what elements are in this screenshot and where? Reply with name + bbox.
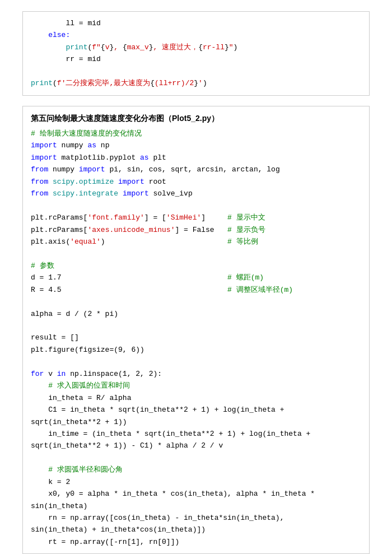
code-line <box>31 248 361 259</box>
code-line <box>31 200 361 212</box>
code-line: from scipy.optimize import root <box>31 176 361 188</box>
code-line: from numpy import pi, sin, cos, sqrt, ar… <box>31 164 361 175</box>
code-block-2: 第五问绘制最大速度随速度变化分布图（Plot5_2.py） # 绘制最大速度随速… <box>22 106 370 554</box>
code-line: C1 = in_theta * sqrt(in_theta**2 + 1) + … <box>31 404 361 416</box>
code-line: alpha = d / (2 * pi) <box>31 308 361 320</box>
code-line: plt.rcParams['axes.unicode_minus'] = Fal… <box>31 224 361 236</box>
code-line <box>31 356 361 367</box>
code-line: else: <box>31 29 361 41</box>
code-line <box>31 452 361 464</box>
code-line <box>31 66 361 77</box>
code-line: plt.rcParams['font.family'] = ['SimHei']… <box>31 212 361 224</box>
code-line: # 求入圆弧的位置和时间 <box>31 380 361 392</box>
code-line: from scipy.integrate import solve_ivp <box>31 188 361 199</box>
code-line: plt.axis('equal') # 等比例 <box>31 236 361 248</box>
code-line: R = 4.5 # 调整区域半径(m) <box>31 284 361 296</box>
code-line: # 参数 <box>31 260 361 272</box>
code-line: in_time = (in_theta * sqrt(in_theta**2 +… <box>31 428 361 440</box>
code-line: rn = np.array([cos(in_theta) - in_theta*… <box>31 512 361 524</box>
code-line: sin(in_theta) + in_theta*cos(in_theta)]) <box>31 524 361 536</box>
code-line: d = 1.7 # 螺距(m) <box>31 272 361 283</box>
code-line: import numpy as np <box>31 139 361 151</box>
code-line: result = [] <box>31 332 361 343</box>
code-line: print(f'二分搜索完毕,最大速度为{(ll+rr)/2}') <box>31 77 361 89</box>
code-line <box>31 320 361 332</box>
section-title: 第五问绘制最大速度随速度变化分布图（Plot5_2.py） <box>31 112 361 124</box>
code-line: plt.figure(figsize=(9, 6)) <box>31 344 361 356</box>
code-line: k = 2 <box>31 476 361 488</box>
code-line: rt = np.array([-rn[1], rn[0]]) <box>31 536 361 548</box>
code-line: sin(in_theta) <box>31 500 361 512</box>
code-line: print(f"{v}, {max_v}, 速度过大，{rr-ll}") <box>31 41 361 53</box>
code-line: rr = mid <box>31 53 361 65</box>
code-line: sqrt(in_theta**2 + 1)) <box>31 416 361 428</box>
code-line: # 绘制最大速度随速度的变化情况 <box>31 128 361 139</box>
code-line: # 求圆弧半径和圆心角 <box>31 464 361 476</box>
code-line: for v in np.linspace(1, 2, 2): <box>31 368 361 380</box>
code-line: ll = mid <box>31 17 361 29</box>
code-line: sqrt(in_theta**2 + 1)) - C1) * alpha / 2… <box>31 440 361 451</box>
code-line <box>31 296 361 308</box>
code-line: in_theta = R/ alpha <box>31 392 361 404</box>
code-line: x0, y0 = alpha * in_theta * cos(in_theta… <box>31 488 361 500</box>
code-block-1: ll = mid else: print(f"{v}, {max_v}, 速度过… <box>22 11 370 96</box>
code-line: import matplotlib.pyplot as plt <box>31 152 361 164</box>
